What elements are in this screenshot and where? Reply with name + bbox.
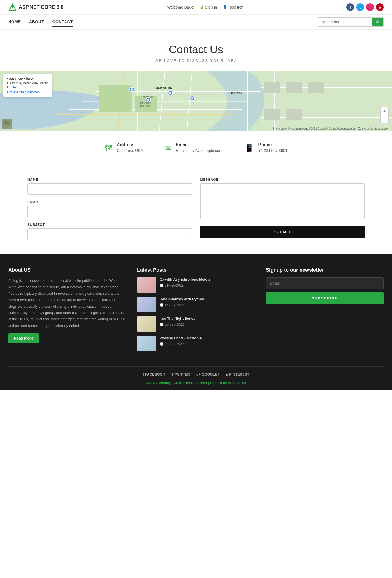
contact-form: NAME EMAIL SUBJECT MESSAGE SUBMIT <box>27 178 365 240</box>
email-details: Email Email : mail@example.com <box>176 142 223 153</box>
svg-point-27 <box>169 92 171 94</box>
post-item: Into The Night Series 🕐 30-Sep-2022 <box>137 316 255 332</box>
facebook-icon[interactable]: f <box>346 3 354 11</box>
social-icons: f t i p <box>346 3 384 11</box>
map-watermark: Sneltoetsen | Kaartgegevens ©2022 Google… <box>273 127 389 130</box>
post-date-1: 🕐 01-Feb-2022 <box>160 284 184 287</box>
subject-field-group: SUBJECT <box>27 223 192 240</box>
message-textarea[interactable] <box>200 183 365 219</box>
twitter-icon[interactable]: t <box>356 3 364 11</box>
footer-posts: Latest Posts C# with Asynchronous Metots… <box>137 267 255 355</box>
zoom-out-button[interactable]: − <box>381 115 388 123</box>
map-route-link[interactable]: Route <box>7 85 16 89</box>
footer-facebook-link[interactable]: f FACEBOOK <box>143 372 165 376</box>
message-label: MESSAGE <box>200 178 365 182</box>
message-field-group: MESSAGE <box>200 178 365 219</box>
svg-rect-20 <box>286 82 302 93</box>
post-info-1: C# with Asynchronous Metots 🕐 01-Feb-202… <box>160 277 211 288</box>
post-date-4: 🕐 30-Sep-2022 <box>160 342 184 346</box>
zoom-in-button[interactable]: + <box>381 107 388 115</box>
signin-link[interactable]: 🔒 Sign In <box>199 5 217 9</box>
nav-bar: HOME ABOUT CONTACT 🔍 <box>0 15 392 30</box>
svg-rect-17 <box>99 85 132 112</box>
footer-copyright: © 2022 Weblog. All Rights Reserved | Des… <box>8 381 384 385</box>
site-logo[interactable]: ASP.NET CORE 5.0 <box>8 3 63 12</box>
top-links: Welcome Back! 🔒 Sign In 👤 Register <box>167 5 243 9</box>
info-email: ✉ Email Email : mail@example.com <box>165 142 223 153</box>
footer-twitter-link[interactable]: t TWITTER <box>172 372 190 376</box>
post-title-2[interactable]: Data Analysis with Python <box>160 297 204 301</box>
about-title: About US <box>8 267 126 273</box>
svg-text:Oakland: Oakland <box>229 91 242 95</box>
map-popup: San Francisco Californië, Verenigde Stat… <box>3 74 52 97</box>
svg-point-29 <box>147 99 149 101</box>
register-link[interactable]: 👤 Register <box>223 5 243 9</box>
svg-text:Palace of Fine: Palace of Fine <box>154 86 173 89</box>
newsletter-title: Signup to our newsletter <box>266 267 384 273</box>
svg-point-31 <box>191 97 193 99</box>
nav-home[interactable]: HOME <box>8 17 21 27</box>
post-title-4[interactable]: Walking Dead – Sesion 4 <box>160 336 202 340</box>
about-text: A blog is a discussion or informational … <box>8 277 126 329</box>
map-roads-svg: Palace of Fine Oakland de Young MISSION … <box>0 71 392 131</box>
map-container: Palace of Fine Oakland de Young MISSION … <box>0 71 392 131</box>
map-thumbnail <box>2 119 12 129</box>
subject-input[interactable] <box>27 228 192 240</box>
subject-label: SUBJECT <box>27 223 192 227</box>
map-city: San Francisco <box>7 77 48 81</box>
email-icon: ✉ <box>165 143 171 152</box>
post-info-2: Data Analysis with Python 🕐 15-Aug-2022 <box>160 297 204 307</box>
footer-pinterest-link[interactable]: p PINTEREST <box>226 372 249 376</box>
svg-rect-21 <box>308 82 324 93</box>
address-details: Address California, USA <box>117 142 143 153</box>
posts-list: C# with Asynchronous Metots 🕐 01-Feb-202… <box>137 277 255 351</box>
email-input[interactable] <box>27 206 192 217</box>
footer-bottom: f FACEBOOK t TWITTER g+ GOOGLE+ p PINTER… <box>8 366 384 385</box>
pinterest-icon[interactable]: p <box>376 3 384 11</box>
search-button[interactable]: 🔍 <box>372 18 383 26</box>
footer-social-links: f FACEBOOK t TWITTER g+ GOOGLE+ p PINTER… <box>8 372 384 376</box>
subscribe-button[interactable]: SUBSCRIBE <box>266 292 384 304</box>
phone-title: Phone <box>258 142 288 147</box>
email-value: Email : mail@example.com <box>176 148 223 153</box>
email-field-group: EMAIL <box>27 200 192 217</box>
phone-icon: 📱 <box>244 143 254 152</box>
address-value: California, USA <box>117 148 143 153</box>
nav-contact[interactable]: CONTACT <box>52 17 73 27</box>
posts-title: Latest Posts <box>137 267 255 273</box>
logo-icon <box>8 3 17 12</box>
map-zoom-controls: + − <box>380 107 389 123</box>
svg-rect-38 <box>4 121 10 125</box>
form-left-column: NAME EMAIL SUBJECT <box>27 178 192 240</box>
map-bigger-link[interactable]: Grotere kaart bekijken <box>7 90 48 94</box>
post-info-3: Into The Night Series 🕐 30-Sep-2022 <box>160 316 195 327</box>
svg-text:DISTRICT: DISTRICT <box>140 104 152 107</box>
svg-point-25 <box>131 88 133 91</box>
read-more-button[interactable]: Read More <box>8 333 39 343</box>
footer-newsletter: Signup to our newsletter SUBSCRIBE <box>266 267 384 355</box>
form-right-column: MESSAGE SUBMIT <box>200 178 365 240</box>
footer-grid: About US A blog is a discussion or infor… <box>8 267 384 355</box>
name-input[interactable] <box>27 183 192 195</box>
svg-rect-39 <box>5 121 7 123</box>
post-thumb-2 <box>137 297 156 312</box>
post-date-3: 🕐 30-Sep-2022 <box>160 323 184 326</box>
nav-about[interactable]: ABOUT <box>29 17 44 27</box>
footer-googleplus-link[interactable]: g+ GOOGLE+ <box>196 372 219 376</box>
post-title-3[interactable]: Into The Night Series <box>160 316 195 321</box>
thumbnail-image <box>2 119 12 129</box>
newsletter-email-input[interactable] <box>266 277 384 289</box>
svg-rect-22 <box>264 109 280 120</box>
search-box: 🔍 <box>317 17 384 27</box>
search-input[interactable] <box>317 18 372 26</box>
email-title: Email <box>176 142 223 147</box>
post-title-1[interactable]: C# with Asynchronous Metots <box>160 277 211 282</box>
instagram-icon[interactable]: i <box>366 3 374 11</box>
svg-rect-19 <box>264 82 280 93</box>
post-info-4: Walking Dead – Sesion 4 🕐 30-Sep-2022 <box>160 336 202 346</box>
name-label: NAME <box>27 178 192 182</box>
submit-button[interactable]: SUBMIT <box>200 226 365 238</box>
nav-links: HOME ABOUT CONTACT <box>8 17 73 27</box>
svg-text:MISSION: MISSION <box>140 102 151 104</box>
address-title: Address <box>117 142 143 147</box>
